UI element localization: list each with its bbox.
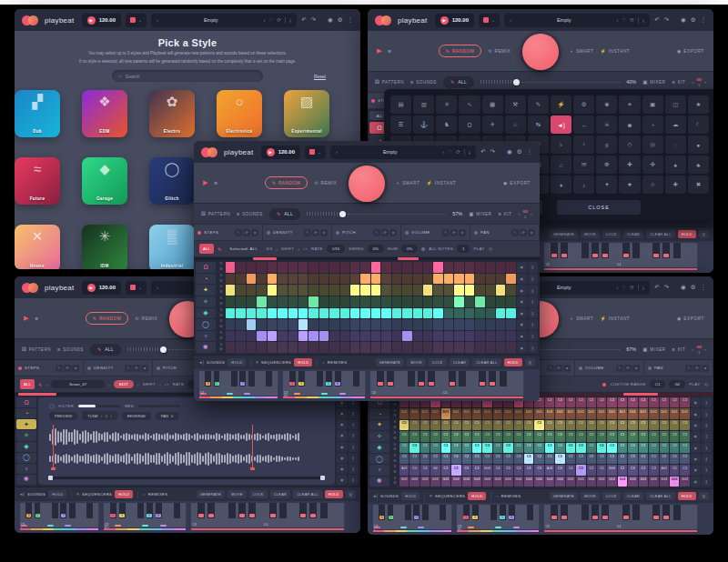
- all-notes-value[interactable]: 1: [457, 245, 470, 253]
- undo-icon[interactable]: ↶: [480, 148, 485, 156]
- solo-button[interactable]: S: [220, 275, 222, 277]
- row-fader[interactable]: ∥: [528, 296, 538, 307]
- solo-button[interactable]: S: [394, 466, 396, 468]
- sample-end-marker[interactable]: [252, 425, 253, 467]
- pitch-cell[interactable]: C3⌄: [576, 397, 585, 407]
- black-key[interactable]: 7: [413, 505, 420, 520]
- pitch-cell[interactable]: C3⌄: [680, 420, 689, 430]
- record-icon[interactable]: ●: [389, 229, 397, 236]
- black-key[interactable]: [632, 243, 640, 258]
- pitch-cell[interactable]: G#2⌄: [399, 477, 409, 487]
- pencil-icon[interactable]: ✎: [125, 365, 132, 372]
- pencil-icon[interactable]: ✎: [442, 229, 450, 236]
- step-cell[interactable]: [350, 262, 359, 273]
- pitch-cell[interactable]: D#1⌄: [618, 408, 627, 418]
- step-cell[interactable]: [278, 285, 287, 296]
- row-fader[interactable]: ∥: [349, 464, 359, 474]
- notes-icon[interactable]: ♪♪: [165, 382, 169, 386]
- pitch-cell[interactable]: G#2⌄: [503, 477, 512, 487]
- mute-button[interactable]: M: [220, 315, 223, 317]
- solo-button[interactable]: S: [394, 477, 396, 480]
- step-cell[interactable]: [226, 285, 235, 296]
- remixes-hold-button[interactable]: HOLD: [678, 230, 696, 238]
- sound-icon[interactable]: ♪: [573, 176, 594, 194]
- step-cell[interactable]: [268, 319, 277, 330]
- step-cell[interactable]: [454, 342, 463, 353]
- step-cell[interactable]: [433, 296, 442, 307]
- edit-all-pill[interactable]: ✎ALL: [90, 344, 121, 356]
- step-cell[interactable]: [257, 342, 266, 353]
- record-icon[interactable]: ●: [251, 229, 258, 236]
- pitch-cell[interactable]: C3⌄: [399, 443, 409, 453]
- download-icon[interactable]: ⤓: [289, 17, 291, 24]
- step-cell[interactable]: [454, 331, 463, 342]
- black-key[interactable]: [500, 371, 507, 386]
- pitch-cell[interactable]: G#2⌄: [493, 477, 502, 487]
- row-output-button[interactable]: ◉: [517, 319, 527, 330]
- step-cell[interactable]: [257, 308, 266, 319]
- step-cell[interactable]: [413, 296, 422, 307]
- mute-button[interactable]: M: [394, 415, 397, 417]
- quantize-button[interactable]: Q: [699, 230, 709, 238]
- black-key[interactable]: [632, 505, 640, 520]
- pitch-cell[interactable]: C3⌄: [545, 420, 554, 430]
- sound-icon[interactable]: ✖: [688, 176, 709, 194]
- pitch-cell[interactable]: G#2⌄: [607, 477, 616, 487]
- kebab-icon[interactable]: ⋮: [701, 284, 707, 291]
- pitch-cell[interactable]: C3⌄: [410, 465, 419, 475]
- record-dot[interactable]: [405, 231, 409, 235]
- pitch-cell[interactable]: C3⌄: [441, 454, 450, 464]
- pitch-cell[interactable]: C3⌄: [410, 431, 419, 441]
- play-button[interactable]: ▶: [203, 179, 207, 186]
- pitch-cell[interactable]: C3⌄: [482, 454, 491, 464]
- step-cell[interactable]: [465, 319, 474, 330]
- step-cell[interactable]: [465, 285, 474, 296]
- step-cell[interactable]: [308, 342, 318, 353]
- sound-icon[interactable]: ✚: [619, 156, 640, 174]
- black-key[interactable]: 5: [500, 505, 506, 520]
- step-cell[interactable]: [381, 262, 390, 273]
- step-cell[interactable]: [444, 308, 453, 319]
- pitch-cell[interactable]: C3⌄: [566, 397, 575, 407]
- pitch-cell[interactable]: C3⌄: [410, 443, 419, 453]
- step-cell[interactable]: [329, 342, 339, 353]
- row-fader[interactable]: ∥: [528, 274, 538, 285]
- mute-button[interactable]: M: [394, 460, 397, 463]
- reverse-button[interactable]: REVERSE: [122, 412, 151, 420]
- record-dot[interactable]: [18, 366, 22, 370]
- pitch-cell[interactable]: C3⌄: [524, 420, 533, 430]
- pitch-cell[interactable]: G#2⌄: [618, 477, 627, 487]
- step-cell[interactable]: [288, 285, 298, 296]
- track-icon-1[interactable]: Ω: [16, 397, 36, 407]
- pitch-cell[interactable]: C3⌄: [618, 420, 627, 430]
- step-cell[interactable]: [278, 342, 287, 353]
- pitch-cell[interactable]: C3⌄: [628, 397, 637, 407]
- refresh-icon[interactable]: ⟳: [630, 17, 634, 23]
- step-cell[interactable]: [486, 262, 495, 273]
- clear-all-button[interactable]: CLEAR ALL: [646, 230, 674, 238]
- step-cell[interactable]: [247, 262, 256, 273]
- record-dot[interactable]: [157, 366, 160, 370]
- sound-icon[interactable]: ⚙: [573, 95, 594, 114]
- black-key[interactable]: [581, 243, 589, 258]
- mute-button[interactable]: M: [394, 437, 397, 440]
- step-cell[interactable]: [381, 342, 390, 353]
- pitch-cell[interactable]: G#2⌄: [441, 477, 450, 487]
- reset-link[interactable]: Reset: [314, 74, 326, 79]
- pattern-toggle[interactable]: ⚄PATTERN: [375, 79, 404, 85]
- pitch-cell[interactable]: C3⌄: [441, 443, 450, 453]
- pitch-cell[interactable]: C3⌄: [670, 397, 679, 407]
- step-cell[interactable]: [506, 319, 515, 330]
- sound-icon[interactable]: ✦: [596, 176, 617, 194]
- section-pan[interactable]: PAN✎⟳●: [470, 225, 540, 240]
- black-key[interactable]: 1: [289, 371, 296, 386]
- pitch-cell[interactable]: D#1⌄: [441, 408, 450, 418]
- step-cell[interactable]: [329, 308, 339, 319]
- pitch-cell[interactable]: C3⌄: [597, 431, 606, 441]
- row-fader[interactable]: ∥: [528, 342, 538, 353]
- step-cell[interactable]: [381, 296, 390, 307]
- step-cell[interactable]: [236, 296, 245, 307]
- pitch-cell[interactable]: C3⌄: [587, 431, 596, 441]
- black-key[interactable]: 8: [509, 505, 515, 520]
- mixer-button[interactable]: ▣MIXER: [642, 79, 665, 85]
